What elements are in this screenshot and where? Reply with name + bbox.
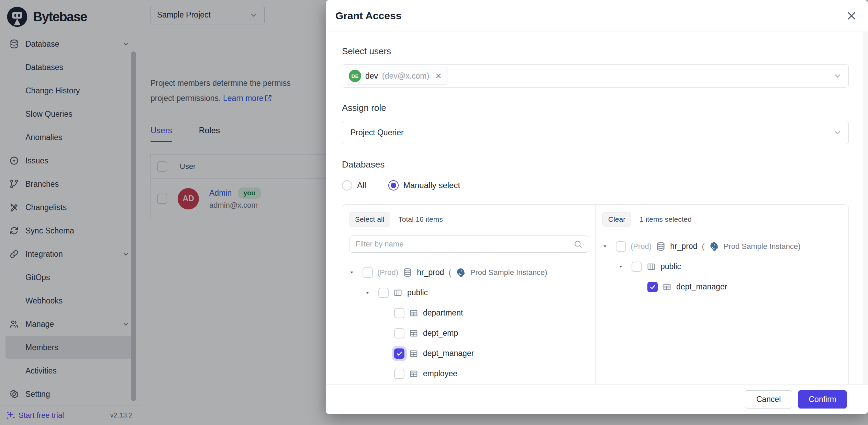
assign-role-label: Assign role: [342, 103, 849, 113]
chip-name: dev: [365, 71, 378, 81]
checkbox[interactable]: [394, 369, 404, 379]
modal-scrollbar[interactable]: [863, 32, 868, 384]
checkbox[interactable]: [616, 241, 626, 252]
select-users-label: Select users: [342, 46, 849, 57]
tree-row-table[interactable]: dept_emp: [349, 323, 588, 343]
database-scope-radios: All Manually select: [342, 180, 849, 191]
user-chip: DE dev (dev@x.com): [346, 67, 447, 85]
node-name: dept_manager: [676, 282, 727, 291]
node-name: dept_emp: [423, 329, 458, 338]
paren: (: [448, 268, 451, 277]
checkbox[interactable]: [363, 267, 373, 278]
radio-label: All: [357, 181, 366, 190]
radio-label: Manually select: [403, 181, 460, 190]
filter-input[interactable]: [355, 239, 574, 249]
caret-down-icon[interactable]: [349, 270, 358, 275]
tree-row-table[interactable]: dept_manager: [602, 277, 842, 297]
database-icon: [656, 242, 666, 251]
checkbox-checked[interactable]: [394, 348, 404, 359]
role-value: Project Querier: [346, 128, 404, 137]
schema-icon: [646, 262, 656, 272]
tree-row-schema[interactable]: public: [349, 283, 588, 303]
modal-body: Select users DE dev (dev@x.com) Assign r…: [326, 32, 863, 384]
confirm-button[interactable]: Confirm: [798, 390, 847, 409]
database-icon: [403, 268, 412, 277]
checkbox-checked[interactable]: [647, 282, 658, 292]
chip-email: (dev@x.com): [382, 71, 429, 81]
database-transfer-panel: Select all Total 16 items (Prod) hr_prod…: [342, 204, 849, 384]
radio-all[interactable]: All: [342, 180, 366, 191]
modal-header: Grant Access: [326, 0, 868, 32]
tree-row-instance[interactable]: (Prod) hr_prod ( Prod Sample Instance): [602, 236, 842, 256]
node-name: employee: [423, 369, 457, 378]
postgresql-icon: [709, 241, 719, 252]
caret-down-icon[interactable]: [365, 290, 374, 295]
environment-label: (Prod): [377, 268, 398, 277]
selected-panel: Clear 1 items selected (Prod) hr_prod ( …: [596, 205, 848, 384]
node-name: hr_prod: [670, 242, 697, 251]
node-name: department: [423, 308, 463, 318]
chevron-down-icon: [833, 71, 842, 81]
modal-title: Grant Access: [335, 10, 401, 22]
schema-icon: [393, 288, 403, 298]
chevron-down-icon: [833, 128, 842, 137]
checkbox[interactable]: [632, 262, 642, 272]
node-name: dept_manager: [423, 349, 474, 358]
instance-label: Prod Sample Instance): [724, 242, 801, 251]
postgresql-icon: [456, 267, 466, 278]
modal-footer: Cancel Confirm: [326, 384, 868, 414]
node-name: hr_prod: [417, 268, 444, 277]
total-count: Total 16 items: [398, 215, 443, 223]
selected-panel-header: Clear 1 items selected: [602, 212, 842, 227]
source-tree: (Prod) hr_prod ( Prod Sample Instance) p…: [349, 262, 588, 384]
table-icon: [409, 349, 419, 358]
caret-down-icon[interactable]: [618, 264, 627, 269]
checkbox[interactable]: [394, 328, 404, 338]
clear-button[interactable]: Clear: [602, 212, 631, 227]
grant-access-modal: Grant Access Select users DE dev (dev@x.…: [326, 0, 868, 414]
select-users-input[interactable]: DE dev (dev@x.com): [342, 64, 849, 88]
table-icon: [409, 329, 419, 338]
environment-label: (Prod): [631, 242, 652, 251]
radio-manually-select[interactable]: Manually select: [388, 180, 460, 191]
tree-row-table[interactable]: department: [349, 303, 588, 323]
selected-tree: (Prod) hr_prod ( Prod Sample Instance) p…: [602, 236, 842, 297]
search-icon: [574, 240, 582, 249]
cancel-button[interactable]: Cancel: [745, 390, 792, 409]
chip-avatar: DE: [349, 70, 361, 82]
tree-row-table[interactable]: employee: [349, 364, 588, 384]
paren: (: [702, 242, 704, 251]
checkbox[interactable]: [394, 308, 404, 318]
node-name: public: [660, 262, 681, 271]
table-icon: [662, 282, 672, 292]
table-icon: [409, 369, 419, 379]
filter-input-wrap: [349, 236, 588, 253]
instance-label: Prod Sample Instance): [470, 268, 547, 277]
tree-row-schema[interactable]: public: [602, 256, 842, 277]
selected-count: 1 items selected: [639, 215, 692, 223]
close-icon[interactable]: [845, 10, 858, 22]
source-panel-header: Select all Total 16 items: [349, 212, 588, 227]
source-panel: Select all Total 16 items (Prod) hr_prod…: [342, 205, 596, 384]
radio-circle[interactable]: [388, 180, 399, 191]
select-all-button[interactable]: Select all: [349, 212, 390, 227]
remove-user-icon[interactable]: [435, 72, 442, 80]
caret-down-icon[interactable]: [602, 244, 611, 249]
databases-label: Databases: [342, 159, 849, 170]
tree-row-table[interactable]: dept_manager: [349, 343, 588, 364]
checkbox[interactable]: [378, 288, 389, 298]
node-name: public: [407, 288, 428, 297]
tree-row-instance[interactable]: (Prod) hr_prod ( Prod Sample Instance): [349, 262, 588, 283]
assign-role-select[interactable]: Project Querier: [342, 121, 849, 144]
table-icon: [409, 308, 419, 318]
radio-circle[interactable]: [342, 180, 352, 191]
